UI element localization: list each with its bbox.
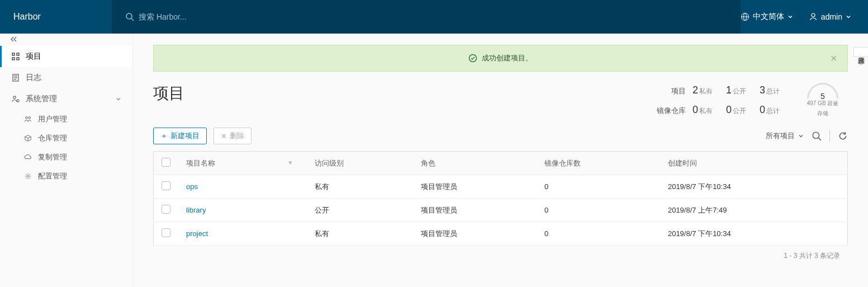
sidebar-item-system[interactable]: 系统管理 [0,88,132,110]
row-checkbox[interactable] [162,205,170,214]
sidebar-submenu: 用户管理 仓库管理 复制管理 配置管理 [0,110,132,186]
stat-projects-total: 3总计 [753,84,786,96]
chevron-down-icon [788,14,793,20]
col-header-role[interactable]: 角色 [413,152,537,175]
svg-line-1 [131,18,134,21]
svg-point-5 [812,13,815,17]
new-project-button[interactable]: ＋ 新建项目 [153,128,207,144]
chevron-down-icon [116,96,121,102]
sidebar-item-config[interactable]: 配置管理 [23,167,132,186]
search-icon [125,12,134,21]
row-checkbox[interactable] [162,181,170,190]
sidebar-item-projects[interactable]: 项目 [0,46,132,67]
sidebar-item-label: 仓库管理 [38,133,67,143]
col-header-access[interactable]: 访问级别 [307,152,413,175]
cloud-icon [23,153,32,162]
cell-repo-count: 0 [537,222,660,246]
project-link[interactable]: library [186,206,206,214]
filter-icon[interactable]: ▾ [288,158,299,167]
projects-table: 项目名称▾ 访问级别 角色 镜像仓库数 创建时间 ops私有项目管理员02019… [153,151,848,246]
sidebar-item-label: 系统管理 [26,94,57,104]
sidebar-item-repositories[interactable]: 仓库管理 [23,129,132,148]
stats-row-label: 镜像仓库 [635,106,686,116]
stats-row-label: 项目 [635,86,686,96]
user-menu[interactable]: admin [809,12,851,21]
user-icon [809,12,818,21]
cell-role: 项目管理员 [413,175,537,199]
sidebar-item-users[interactable]: 用户管理 [23,110,132,129]
sidebar-item-label: 项目 [26,51,41,62]
chevron-down-icon [798,133,804,139]
stat-projects-private: 2私有 [686,84,719,96]
button-label: 新建项目 [170,131,200,141]
close-icon: ✕ [221,132,227,140]
globe-icon [741,12,750,21]
repo-icon [23,134,32,143]
plus-icon: ＋ [160,131,168,141]
projects-icon [11,52,20,61]
event-log-tab[interactable]: 事件日志 [853,47,868,57]
svg-point-19 [29,117,31,119]
language-label: 中文简体 [753,12,784,22]
table-row: project私有项目管理员02019/8/7 下午10:34 [154,222,848,246]
row-checkbox[interactable] [162,228,170,237]
select-all-checkbox[interactable] [162,158,170,167]
cell-created: 2019/8/7 下午10:34 [660,175,848,199]
check-icon [468,54,477,63]
project-link[interactable]: project [186,229,208,238]
cell-created: 2019/8/7 下午10:34 [660,222,848,246]
storage-label: 存储 [798,110,848,117]
success-alert: 成功创建项目。 ✕ [153,45,848,72]
search-bar [112,0,741,34]
svg-rect-9 [17,58,19,60]
search-input[interactable] [139,12,362,21]
gear-icon [23,172,32,181]
cell-access: 私有 [307,222,413,246]
col-header-name[interactable]: 项目名称▾ [178,152,307,175]
button-label: 删除 [230,131,244,141]
language-switcher[interactable]: 中文简体 [741,12,793,22]
chevron-down-icon [846,14,851,20]
sidebar-item-label: 日志 [26,73,41,83]
svg-rect-6 [12,53,15,55]
cell-created: 2019/8/7 上午7:49 [660,199,848,222]
stats-panel: 项目 2私有 1公开 3总计 镜像仓库 0私有 0公开 0总计 5 497 GB… [635,83,848,117]
app-header: Harbor 中文简体 admin [0,0,868,34]
sidebar: 项目 日志 系统管理 用户管理 [0,34,133,287]
storage-gauge: 5 497 GB 容量 存储 [798,83,848,117]
sidebar-collapse-button[interactable] [0,34,132,46]
alert-close-button[interactable]: ✕ [830,53,837,64]
table-footer: 1 - 3 共计 3 条记录 [153,246,848,266]
cell-repo-count: 0 [537,175,660,199]
table-row: ops私有项目管理员02019/8/7 下午10:34 [154,175,848,199]
svg-point-0 [126,13,132,19]
refresh-button[interactable] [838,131,848,141]
sidebar-item-logs[interactable]: 日志 [0,67,132,88]
cell-role: 项目管理员 [413,199,537,222]
svg-rect-7 [17,53,19,55]
project-link[interactable]: ops [186,182,198,191]
sidebar-item-replication[interactable]: 复制管理 [23,148,132,167]
stat-repos-private: 0私有 [686,104,719,116]
col-header-repos[interactable]: 镜像仓库数 [537,152,660,175]
cell-access: 私有 [307,175,413,199]
cell-role: 项目管理员 [413,222,537,246]
admin-icon [11,95,20,103]
svg-point-15 [17,100,19,102]
cell-repo-count: 0 [537,199,660,222]
svg-rect-8 [12,58,15,60]
filter-dropdown[interactable]: 所有项目 [766,131,804,141]
svg-point-21 [27,175,29,177]
search-button[interactable] [812,131,822,141]
delete-button[interactable]: ✕ 删除 [214,128,252,144]
alert-text: 成功创建项目。 [482,53,533,63]
divider [829,130,830,142]
users-icon [23,115,32,124]
user-label: admin [821,12,842,21]
stat-repos-public: 0公开 [719,104,753,116]
svg-point-14 [13,96,16,98]
col-header-created[interactable]: 创建时间 [660,152,848,175]
table-row: library公开项目管理员02019/8/7 上午7:49 [154,199,848,222]
logs-icon [11,73,20,82]
page-title: 项目 [153,83,184,104]
